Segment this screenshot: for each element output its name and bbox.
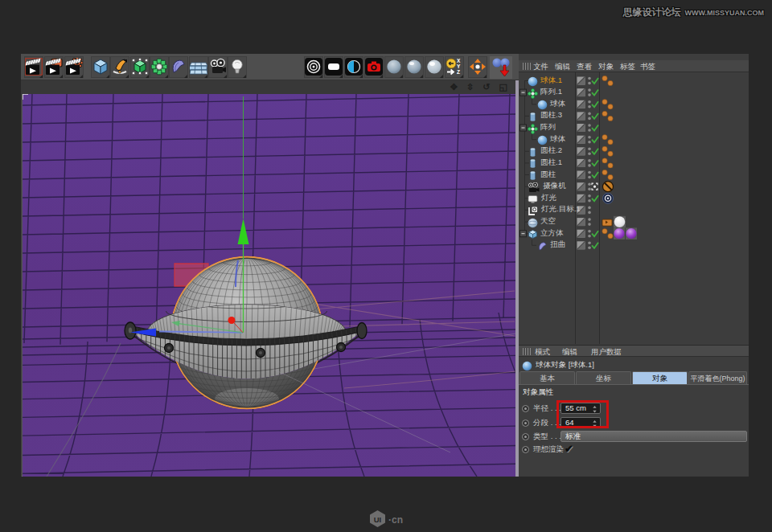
svg-text:UI: UI — [374, 515, 382, 524]
svg-text:Y: Y — [457, 63, 461, 69]
svg-text:Z: Z — [457, 69, 460, 75]
svg-text:X: X — [457, 58, 461, 63]
